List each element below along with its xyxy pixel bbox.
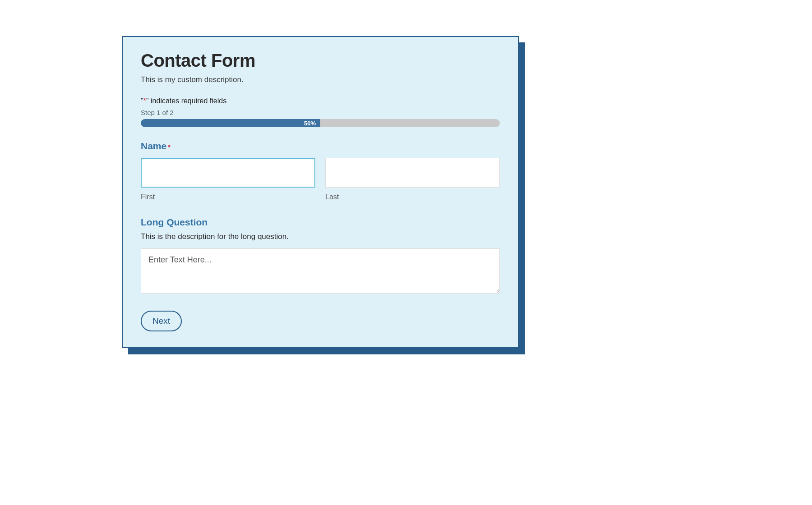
required-asterisk-icon: * bbox=[168, 143, 170, 151]
contact-form-card: Contact Form This is my custom descripti… bbox=[122, 36, 519, 348]
last-name-input[interactable] bbox=[325, 158, 500, 188]
last-name-sublabel: Last bbox=[325, 193, 500, 201]
progress-fill: 50% bbox=[141, 119, 320, 127]
next-button[interactable]: Next bbox=[141, 311, 182, 331]
form-title: Contact Form bbox=[141, 50, 500, 71]
first-name-input[interactable] bbox=[141, 158, 315, 188]
long-question-textarea[interactable] bbox=[141, 248, 500, 294]
name-label-text: Name bbox=[141, 141, 166, 152]
first-name-col: First bbox=[141, 158, 315, 201]
long-question-label: Long Question bbox=[141, 217, 500, 228]
required-fields-note: "*" indicates required fields bbox=[141, 97, 500, 105]
name-row: First Last bbox=[141, 158, 500, 201]
progress-bar: 50% bbox=[141, 119, 500, 127]
progress-text: 50% bbox=[304, 120, 316, 127]
last-name-col: Last bbox=[325, 158, 500, 201]
long-question-label-text: Long Question bbox=[141, 217, 208, 228]
required-note-suffix: " indicates required fields bbox=[146, 97, 226, 105]
form-description: This is my custom description. bbox=[141, 75, 500, 84]
long-question-description: This is the description for the long que… bbox=[141, 232, 500, 241]
first-name-sublabel: First bbox=[141, 193, 315, 201]
step-label: Step 1 of 2 bbox=[141, 109, 500, 116]
name-field-label: Name * bbox=[141, 141, 500, 152]
